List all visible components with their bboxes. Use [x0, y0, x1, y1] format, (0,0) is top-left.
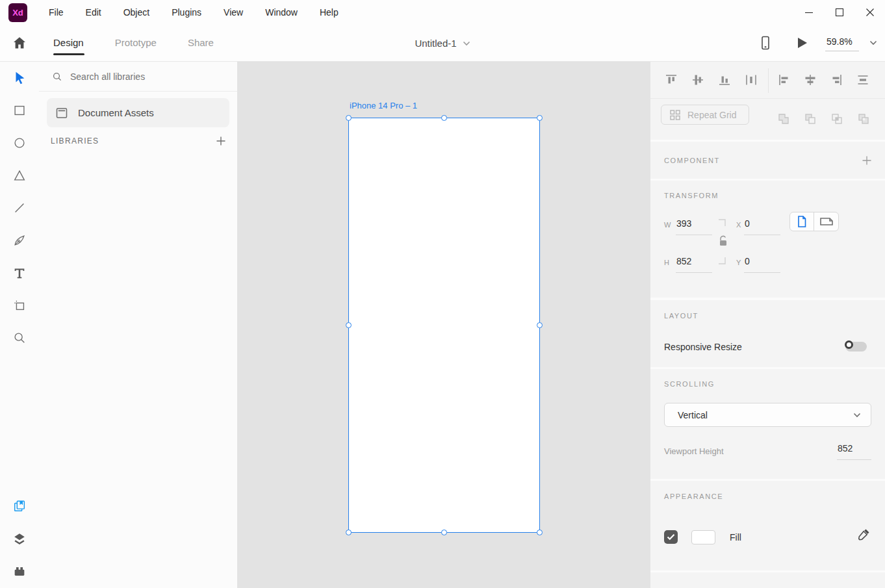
- ellipse-tool[interactable]: [12, 135, 27, 151]
- artboard-tool[interactable]: [12, 298, 27, 313]
- height-label: H: [664, 259, 669, 266]
- chevron-down-icon: [463, 41, 470, 46]
- ellipse-icon: [12, 136, 27, 150]
- canvas[interactable]: iPhone 14 Pro – 1: [238, 62, 650, 588]
- menu-view[interactable]: View: [212, 0, 254, 25]
- text-tool[interactable]: [12, 265, 27, 281]
- viewport-height-label: Viewport Height: [664, 446, 724, 456]
- y-label: Y: [736, 259, 741, 266]
- zoom-tool[interactable]: [12, 330, 27, 346]
- menu-help[interactable]: Help: [309, 0, 350, 25]
- distribute-vertical-icon[interactable]: [856, 73, 870, 87]
- landscape-icon: [819, 216, 834, 227]
- scrolling-mode-value: Vertical: [678, 410, 708, 420]
- resize-handle-bottom-right[interactable]: [537, 530, 543, 535]
- align-bottom-icon[interactable]: [717, 73, 732, 87]
- assets-panel-button[interactable]: [12, 498, 27, 514]
- align-row: [650, 62, 885, 99]
- zoom-control: 59.8%: [825, 35, 877, 51]
- search-row: [39, 62, 237, 92]
- boolean-intersect-icon[interactable]: [830, 112, 844, 126]
- resize-handle-bottom-left[interactable]: [346, 530, 352, 535]
- fill-checkbox[interactable]: [664, 530, 678, 544]
- property-inspector: Repeat Grid: [650, 62, 885, 588]
- polygon-tool[interactable]: [12, 168, 27, 183]
- device-preview-button[interactable]: [747, 35, 784, 51]
- rectangle-tool[interactable]: [12, 103, 27, 118]
- menu-plugins[interactable]: Plugins: [160, 0, 212, 25]
- portrait-icon: [796, 215, 808, 228]
- resize-handle-top-left[interactable]: [346, 115, 352, 121]
- align-right-icon[interactable]: [829, 73, 843, 87]
- libraries-header: LIBRARIES: [51, 136, 99, 146]
- landscape-button[interactable]: [814, 212, 838, 231]
- artboard-iphone-14-pro-1[interactable]: [348, 118, 540, 533]
- checkmark-icon: [667, 533, 675, 541]
- play-icon: [795, 36, 808, 49]
- x-input[interactable]: 0: [744, 218, 780, 235]
- eyedropper-icon[interactable]: [857, 527, 871, 541]
- resize-handle-middle-right[interactable]: [537, 322, 543, 328]
- height-input[interactable]: 852: [676, 256, 712, 273]
- desktop-preview-button[interactable]: [784, 36, 820, 49]
- transform-header: TRANSFORM: [664, 192, 719, 199]
- grid-section: GRID: [650, 572, 885, 588]
- menu-file[interactable]: File: [38, 0, 75, 25]
- link-width-height-lock-icon[interactable]: [713, 217, 730, 266]
- zoom-level-input[interactable]: 59.8%: [825, 35, 859, 51]
- search-input[interactable]: [70, 71, 220, 82]
- select-tool[interactable]: [12, 70, 27, 86]
- boolean-exclude-icon[interactable]: [856, 112, 871, 126]
- close-icon: [866, 8, 875, 17]
- line-tool[interactable]: [12, 200, 27, 216]
- resize-handle-top-center[interactable]: [441, 115, 447, 121]
- fill-color-swatch[interactable]: [691, 530, 715, 544]
- maximize-button[interactable]: [824, 0, 854, 25]
- align-middle-icon[interactable]: [691, 73, 705, 87]
- boolean-row: Repeat Grid: [650, 99, 885, 139]
- artboard-label[interactable]: iPhone 14 Pro – 1: [350, 101, 417, 110]
- tab-design[interactable]: Design: [53, 25, 101, 62]
- add-library-icon[interactable]: [216, 136, 226, 146]
- component-header: COMPONENT: [664, 157, 720, 164]
- resize-handle-top-right[interactable]: [537, 115, 543, 121]
- close-button[interactable]: [854, 0, 885, 25]
- align-top-icon[interactable]: [664, 73, 678, 87]
- y-input[interactable]: 0: [744, 256, 780, 273]
- rectangle-icon: [12, 103, 27, 118]
- zoom-chevron-down-icon[interactable]: [869, 40, 877, 45]
- align-center-icon[interactable]: [803, 73, 817, 87]
- boolean-subtract-icon[interactable]: [803, 112, 817, 126]
- pen-icon: [12, 233, 27, 248]
- maximize-icon: [835, 8, 844, 17]
- document-assets-label: Document Assets: [78, 107, 154, 118]
- plugins-panel-button[interactable]: [12, 563, 27, 579]
- home-button[interactable]: [0, 35, 39, 51]
- resize-handle-middle-left[interactable]: [346, 322, 352, 328]
- responsive-resize-toggle[interactable]: [845, 341, 867, 352]
- boolean-add-icon[interactable]: [776, 112, 791, 126]
- portrait-button[interactable]: [790, 212, 814, 231]
- align-left-icon[interactable]: [777, 73, 791, 87]
- menu-object[interactable]: Object: [112, 0, 160, 25]
- main-area: Document Assets LIBRARIES iPhone 14 Pro …: [0, 62, 885, 588]
- resize-handle-bottom-center[interactable]: [441, 530, 447, 535]
- add-component-icon[interactable]: [862, 155, 872, 166]
- viewport-height-input[interactable]: 852: [837, 443, 871, 460]
- distribute-horizontal-icon[interactable]: [744, 73, 758, 87]
- menu-edit[interactable]: Edit: [75, 0, 112, 25]
- repeat-grid-button[interactable]: Repeat Grid: [661, 105, 749, 125]
- toolbar-right: 59.8%: [747, 35, 885, 51]
- layers-panel-button[interactable]: [12, 531, 27, 546]
- width-input[interactable]: 393: [676, 218, 712, 235]
- tab-prototype[interactable]: Prototype: [115, 25, 173, 62]
- mode-tabs: Design Prototype Share: [53, 25, 245, 62]
- transform-section: TRANSFORM W 393 X 0 H 852 Y 0: [650, 181, 885, 298]
- document-assets-item[interactable]: Document Assets: [47, 98, 229, 127]
- document-title[interactable]: Untitled-1: [415, 38, 456, 49]
- pen-tool[interactable]: [12, 233, 27, 248]
- menu-window[interactable]: Window: [254, 0, 309, 25]
- scrolling-mode-dropdown[interactable]: Vertical: [664, 403, 871, 427]
- minimize-button[interactable]: [793, 0, 824, 25]
- tab-share[interactable]: Share: [188, 25, 231, 62]
